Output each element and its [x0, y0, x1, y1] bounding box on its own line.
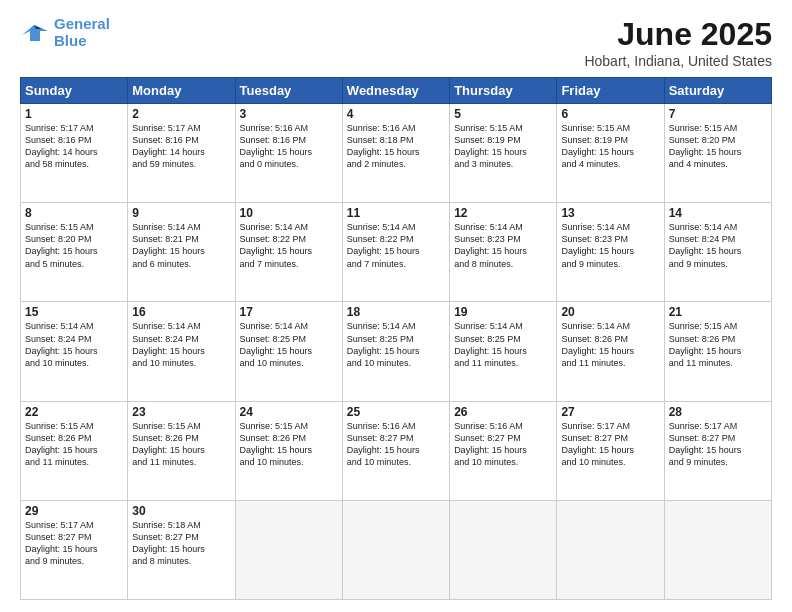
calendar-cell: 12 Sunrise: 5:14 AM Sunset: 8:23 PM Dayl…	[450, 203, 557, 302]
header-wednesday: Wednesday	[342, 78, 449, 104]
day-number: 27	[561, 405, 659, 419]
calendar-cell: 25 Sunrise: 5:16 AM Sunset: 8:27 PM Dayl…	[342, 401, 449, 500]
day-info: Sunrise: 5:17 AM Sunset: 8:16 PM Dayligh…	[132, 122, 230, 171]
calendar-cell: 4 Sunrise: 5:16 AM Sunset: 8:18 PM Dayli…	[342, 104, 449, 203]
day-info: Sunrise: 5:14 AM Sunset: 8:23 PM Dayligh…	[561, 221, 659, 270]
day-number: 15	[25, 305, 123, 319]
header-tuesday: Tuesday	[235, 78, 342, 104]
day-number: 28	[669, 405, 767, 419]
day-number: 24	[240, 405, 338, 419]
calendar-cell	[235, 500, 342, 599]
calendar-cell: 20 Sunrise: 5:14 AM Sunset: 8:26 PM Dayl…	[557, 302, 664, 401]
day-number: 20	[561, 305, 659, 319]
calendar-cell: 28 Sunrise: 5:17 AM Sunset: 8:27 PM Dayl…	[664, 401, 771, 500]
day-info: Sunrise: 5:15 AM Sunset: 8:20 PM Dayligh…	[25, 221, 123, 270]
day-number: 12	[454, 206, 552, 220]
day-info: Sunrise: 5:16 AM Sunset: 8:27 PM Dayligh…	[347, 420, 445, 469]
day-info: Sunrise: 5:15 AM Sunset: 8:19 PM Dayligh…	[454, 122, 552, 171]
day-info: Sunrise: 5:14 AM Sunset: 8:25 PM Dayligh…	[347, 320, 445, 369]
day-number: 17	[240, 305, 338, 319]
logo-text: General Blue	[54, 16, 110, 49]
main-title: June 2025	[584, 16, 772, 53]
page: General Blue June 2025 Hobart, Indiana, …	[0, 0, 792, 612]
day-number: 3	[240, 107, 338, 121]
calendar-cell: 17 Sunrise: 5:14 AM Sunset: 8:25 PM Dayl…	[235, 302, 342, 401]
day-info: Sunrise: 5:14 AM Sunset: 8:26 PM Dayligh…	[561, 320, 659, 369]
calendar-cell: 27 Sunrise: 5:17 AM Sunset: 8:27 PM Dayl…	[557, 401, 664, 500]
day-info: Sunrise: 5:15 AM Sunset: 8:20 PM Dayligh…	[669, 122, 767, 171]
day-info: Sunrise: 5:17 AM Sunset: 8:27 PM Dayligh…	[561, 420, 659, 469]
day-number: 22	[25, 405, 123, 419]
calendar-week-row: 29 Sunrise: 5:17 AM Sunset: 8:27 PM Dayl…	[21, 500, 772, 599]
day-number: 6	[561, 107, 659, 121]
day-info: Sunrise: 5:14 AM Sunset: 8:25 PM Dayligh…	[454, 320, 552, 369]
header: General Blue June 2025 Hobart, Indiana, …	[20, 16, 772, 69]
day-number: 8	[25, 206, 123, 220]
calendar-header-row: Sunday Monday Tuesday Wednesday Thursday…	[21, 78, 772, 104]
day-info: Sunrise: 5:17 AM Sunset: 8:16 PM Dayligh…	[25, 122, 123, 171]
day-info: Sunrise: 5:16 AM Sunset: 8:27 PM Dayligh…	[454, 420, 552, 469]
calendar-cell: 22 Sunrise: 5:15 AM Sunset: 8:26 PM Dayl…	[21, 401, 128, 500]
day-info: Sunrise: 5:14 AM Sunset: 8:22 PM Dayligh…	[347, 221, 445, 270]
calendar-table: Sunday Monday Tuesday Wednesday Thursday…	[20, 77, 772, 600]
calendar-week-row: 8 Sunrise: 5:15 AM Sunset: 8:20 PM Dayli…	[21, 203, 772, 302]
day-info: Sunrise: 5:15 AM Sunset: 8:26 PM Dayligh…	[669, 320, 767, 369]
calendar-cell	[342, 500, 449, 599]
calendar-cell: 29 Sunrise: 5:17 AM Sunset: 8:27 PM Dayl…	[21, 500, 128, 599]
calendar-week-row: 1 Sunrise: 5:17 AM Sunset: 8:16 PM Dayli…	[21, 104, 772, 203]
day-info: Sunrise: 5:14 AM Sunset: 8:23 PM Dayligh…	[454, 221, 552, 270]
calendar-cell: 18 Sunrise: 5:14 AM Sunset: 8:25 PM Dayl…	[342, 302, 449, 401]
calendar-cell: 30 Sunrise: 5:18 AM Sunset: 8:27 PM Dayl…	[128, 500, 235, 599]
calendar-cell: 9 Sunrise: 5:14 AM Sunset: 8:21 PM Dayli…	[128, 203, 235, 302]
calendar-cell: 5 Sunrise: 5:15 AM Sunset: 8:19 PM Dayli…	[450, 104, 557, 203]
calendar-cell: 2 Sunrise: 5:17 AM Sunset: 8:16 PM Dayli…	[128, 104, 235, 203]
day-number: 19	[454, 305, 552, 319]
day-info: Sunrise: 5:17 AM Sunset: 8:27 PM Dayligh…	[669, 420, 767, 469]
day-number: 14	[669, 206, 767, 220]
day-number: 21	[669, 305, 767, 319]
calendar-cell: 21 Sunrise: 5:15 AM Sunset: 8:26 PM Dayl…	[664, 302, 771, 401]
day-number: 4	[347, 107, 445, 121]
day-number: 9	[132, 206, 230, 220]
day-number: 29	[25, 504, 123, 518]
day-number: 23	[132, 405, 230, 419]
calendar-cell: 19 Sunrise: 5:14 AM Sunset: 8:25 PM Dayl…	[450, 302, 557, 401]
calendar-cell: 3 Sunrise: 5:16 AM Sunset: 8:16 PM Dayli…	[235, 104, 342, 203]
calendar-cell: 15 Sunrise: 5:14 AM Sunset: 8:24 PM Dayl…	[21, 302, 128, 401]
day-info: Sunrise: 5:15 AM Sunset: 8:26 PM Dayligh…	[240, 420, 338, 469]
logo-icon	[20, 21, 50, 45]
calendar-cell: 1 Sunrise: 5:17 AM Sunset: 8:16 PM Dayli…	[21, 104, 128, 203]
day-number: 30	[132, 504, 230, 518]
day-number: 11	[347, 206, 445, 220]
day-info: Sunrise: 5:14 AM Sunset: 8:21 PM Dayligh…	[132, 221, 230, 270]
day-info: Sunrise: 5:14 AM Sunset: 8:24 PM Dayligh…	[25, 320, 123, 369]
calendar-cell: 13 Sunrise: 5:14 AM Sunset: 8:23 PM Dayl…	[557, 203, 664, 302]
day-info: Sunrise: 5:15 AM Sunset: 8:26 PM Dayligh…	[25, 420, 123, 469]
logo-general: General	[54, 15, 110, 32]
calendar-week-row: 15 Sunrise: 5:14 AM Sunset: 8:24 PM Dayl…	[21, 302, 772, 401]
day-info: Sunrise: 5:14 AM Sunset: 8:24 PM Dayligh…	[669, 221, 767, 270]
day-number: 2	[132, 107, 230, 121]
svg-marker-0	[22, 25, 48, 41]
day-number: 16	[132, 305, 230, 319]
calendar-cell	[557, 500, 664, 599]
day-number: 1	[25, 107, 123, 121]
header-monday: Monday	[128, 78, 235, 104]
day-number: 5	[454, 107, 552, 121]
day-info: Sunrise: 5:18 AM Sunset: 8:27 PM Dayligh…	[132, 519, 230, 568]
calendar-cell: 14 Sunrise: 5:14 AM Sunset: 8:24 PM Dayl…	[664, 203, 771, 302]
day-number: 18	[347, 305, 445, 319]
day-info: Sunrise: 5:14 AM Sunset: 8:24 PM Dayligh…	[132, 320, 230, 369]
subtitle: Hobart, Indiana, United States	[584, 53, 772, 69]
header-saturday: Saturday	[664, 78, 771, 104]
day-info: Sunrise: 5:16 AM Sunset: 8:16 PM Dayligh…	[240, 122, 338, 171]
calendar-cell: 7 Sunrise: 5:15 AM Sunset: 8:20 PM Dayli…	[664, 104, 771, 203]
logo-blue: Blue	[54, 32, 87, 49]
calendar-cell: 8 Sunrise: 5:15 AM Sunset: 8:20 PM Dayli…	[21, 203, 128, 302]
day-info: Sunrise: 5:15 AM Sunset: 8:19 PM Dayligh…	[561, 122, 659, 171]
header-thursday: Thursday	[450, 78, 557, 104]
calendar-cell: 16 Sunrise: 5:14 AM Sunset: 8:24 PM Dayl…	[128, 302, 235, 401]
calendar-week-row: 22 Sunrise: 5:15 AM Sunset: 8:26 PM Dayl…	[21, 401, 772, 500]
header-sunday: Sunday	[21, 78, 128, 104]
calendar-cell: 6 Sunrise: 5:15 AM Sunset: 8:19 PM Dayli…	[557, 104, 664, 203]
